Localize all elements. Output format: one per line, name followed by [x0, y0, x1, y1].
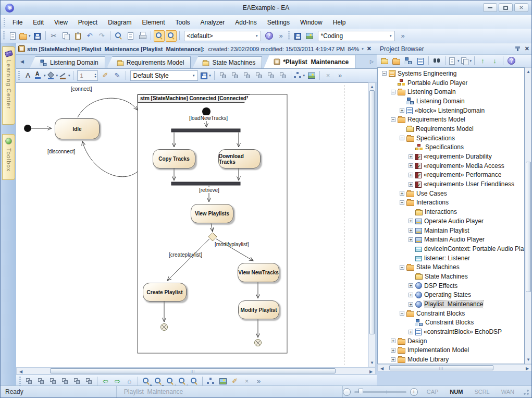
expand-toggle-icon[interactable]: + — [409, 182, 413, 187]
send-to-back[interactable] — [277, 70, 288, 81]
menu-edit[interactable]: Edit — [28, 17, 49, 28]
fork-node[interactable] — [171, 129, 240, 132]
menu-add-ins[interactable]: Add-Ins — [230, 17, 262, 28]
bring-forward[interactable] — [71, 375, 82, 387]
menu-window[interactable]: Window — [295, 17, 328, 28]
label-disconnect[interactable]: [disconnect] — [47, 149, 75, 154]
zoom-out[interactable]: − — [153, 375, 164, 387]
status-zoom-out-button[interactable]: − — [343, 388, 351, 396]
state-view-playlists[interactable]: View Playlists — [191, 204, 233, 223]
save[interactable] — [32, 30, 43, 42]
menu-project[interactable]: Project — [73, 17, 103, 28]
zoom-custom[interactable] — [189, 375, 200, 387]
minimize-button[interactable] — [483, 3, 497, 12]
align-bottoms[interactable] — [59, 375, 70, 387]
expand-toggle-icon[interactable]: + — [391, 339, 395, 343]
menu-element[interactable]: Element — [137, 17, 170, 28]
tree-item-specifications[interactable]: −Specifications — [378, 134, 524, 143]
expand-toggle-icon[interactable]: + — [409, 154, 413, 159]
label-loadnewtracks[interactable]: [loadNewTracks] — [188, 115, 229, 121]
initial-node-connected[interactable] — [202, 107, 211, 116]
tree-scroll-up-icon[interactable]: ▲ — [525, 69, 531, 74]
new-document[interactable] — [7, 30, 18, 42]
align-tops[interactable] — [47, 375, 58, 387]
align-left[interactable] — [217, 70, 228, 81]
menu-tools[interactable]: Tools — [170, 17, 195, 28]
delete-selected[interactable]: × — [323, 70, 333, 81]
tree-item-block-listeningdomain[interactable]: +«block» ListeningDomain — [378, 106, 524, 115]
state-copy-tracks[interactable]: Copy Tracks — [153, 149, 195, 168]
space-down[interactable] — [35, 375, 46, 387]
tree-item-state-machines[interactable]: State Machines — [378, 272, 524, 281]
dock-tab-toolbox[interactable]: Toolbox — [2, 134, 15, 180]
generate-documentation[interactable]: ▾ — [448, 55, 460, 67]
expand-toggle-icon[interactable]: − — [382, 71, 387, 76]
tab-requirements-model[interactable]: Requirements Model — [107, 56, 191, 68]
close-button[interactable]: ✕ — [514, 3, 528, 12]
format-overflow[interactable]: » — [335, 70, 345, 81]
tree-item-maintain-playlist[interactable]: +Maintain Playlist — [378, 226, 524, 235]
tree-item-playlist-maintenance[interactable]: +Playlist Maintenance — [378, 299, 524, 309]
tree-vscroll-thumb[interactable] — [526, 162, 531, 292]
save-workspace-layout[interactable] — [292, 30, 303, 42]
expand-toggle-icon[interactable]: − — [400, 136, 404, 140]
canvas-vscroll-thumb[interactable] — [369, 90, 375, 334]
expand-toggle-icon[interactable]: + — [391, 357, 395, 362]
redo[interactable]: ↷ — [96, 30, 107, 42]
new-element[interactable] — [415, 55, 426, 67]
tree-item-requirements-model[interactable]: Requirements Model — [378, 124, 524, 134]
tree-item-listener-listener[interactable]: listener: Listener — [378, 254, 524, 263]
exit-node-left[interactable] — [161, 324, 168, 331]
move-down[interactable]: ↓ — [489, 55, 500, 67]
canvas-hscroll-thumb[interactable]: ||| — [50, 368, 336, 373]
view-as-list[interactable] — [166, 30, 177, 42]
align-right[interactable] — [229, 70, 240, 81]
label-modifyplaylist[interactable]: [modifyplaylist] — [215, 242, 249, 247]
help[interactable]: ? — [264, 30, 275, 42]
tree-hscroll-thumb[interactable]: ||| — [389, 365, 493, 370]
zoom-slider-thumb[interactable] — [358, 389, 363, 395]
zoom-100[interactable]: ◦ — [165, 375, 176, 387]
menu-diagram[interactable]: Diagram — [103, 17, 137, 28]
tree-item-deviceincontext-portable-audio-player[interactable]: deviceInContext: Portable Audio Player — [378, 244, 524, 254]
state-view-newtracks[interactable]: View NewTracks — [238, 263, 279, 282]
tree-item-specifications[interactable]: Specifications — [378, 143, 524, 152]
format-painter[interactable]: ✐ — [229, 375, 240, 387]
chevron-down-icon[interactable]: ▾ — [470, 59, 472, 63]
label-connect[interactable]: [connect] — [71, 86, 92, 92]
menu-file[interactable]: File — [7, 17, 28, 28]
tree-item-state-machines[interactable]: −State Machines — [378, 262, 524, 272]
apply-style[interactable]: ✐ — [100, 70, 111, 81]
font[interactable]: A — [22, 70, 33, 81]
expand-toggle-icon[interactable]: − — [400, 265, 404, 270]
expand-toggle-icon[interactable]: + — [409, 330, 413, 334]
font-color[interactable]: ▾ — [34, 70, 46, 81]
tree-item-operating-states[interactable]: +Operating States — [378, 291, 524, 300]
save-style[interactable]: ▾ — [201, 70, 212, 81]
find-in-diagrams[interactable] — [154, 30, 165, 42]
tree-horizontal-scrollbar[interactable]: ◀ ||| ▶ — [377, 364, 532, 371]
tab-scroll-left[interactable]: ◀ — [20, 59, 24, 64]
expand-toggle-icon[interactable]: + — [409, 173, 413, 177]
dock-tab-learning-center[interactable]: Learning Center — [2, 46, 15, 125]
tree-scroll-down-icon[interactable]: ▼ — [525, 357, 531, 362]
expand-toggle-icon[interactable]: − — [391, 117, 395, 122]
state-create-playlist[interactable]: Create Playlist — [143, 283, 187, 301]
chevron-down-icon[interactable]: ▾ — [390, 34, 392, 38]
status-zoom-in-button[interactable]: + — [410, 388, 418, 396]
chevron-down-icon[interactable]: ▾ — [29, 34, 31, 38]
expand-toggle-icon[interactable]: + — [409, 219, 413, 223]
state-modify-playlist[interactable]: Modify Playlist — [238, 300, 279, 319]
default-tools-combo[interactable]: <default>▾ — [184, 31, 261, 41]
chevron-down-icon[interactable]: ▾ — [303, 74, 305, 78]
zoom-to-fit[interactable]: ▫ — [177, 375, 188, 387]
tree-item-requirements-model[interactable]: −Requirements Model — [378, 115, 524, 124]
diagram-layout[interactable] — [205, 375, 216, 387]
tree-item-requirement-performance[interactable]: +«requirement» Performance — [378, 171, 524, 180]
send-backward[interactable] — [83, 375, 94, 387]
chevron-down-icon[interactable]: ▾ — [457, 59, 460, 63]
toolbar-overflow[interactable]: » — [276, 30, 287, 42]
open-project[interactable]: ▾ — [19, 30, 31, 42]
document-report[interactable] — [125, 30, 136, 42]
tree-item-requirement-media-access[interactable]: +«requirement» Media Access — [378, 161, 524, 171]
